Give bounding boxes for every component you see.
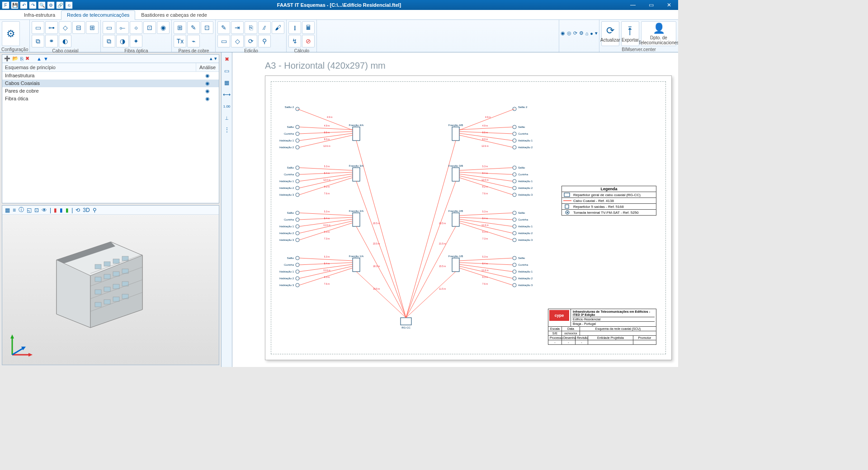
v3d-6[interactable]: 👁 xyxy=(42,207,47,213)
window-minimize[interactable]: — xyxy=(624,0,642,10)
pt-collapse-up-icon[interactable]: ▴ xyxy=(210,56,212,61)
edit-5[interactable]: 🖌 xyxy=(272,21,284,34)
calc-4[interactable]: ⊘ xyxy=(302,35,315,47)
list-row-cabos[interactable]: Cabos Coaxiais◉ xyxy=(2,80,219,87)
ct-dim[interactable]: ⟷ xyxy=(223,90,231,99)
pt-del-icon[interactable]: ✖ xyxy=(25,56,29,61)
qat-export-icon[interactable]: ⎋ xyxy=(65,1,73,9)
fibra-2[interactable]: ⟜ xyxy=(116,21,129,34)
calc-3[interactable]: ↯ xyxy=(288,35,301,47)
pares-4[interactable]: Tx xyxy=(174,35,186,47)
pt-collapse-down-icon[interactable]: ▾ xyxy=(214,56,217,61)
list-row-fibra[interactable]: Fibra ótica◉ xyxy=(2,95,219,103)
coax-tool-7[interactable]: ⚭ xyxy=(45,35,58,47)
mini-7[interactable]: ▾ xyxy=(595,30,598,36)
svg-text:20.5 m: 20.5 m xyxy=(373,222,380,225)
qat-save-icon[interactable]: 💾 xyxy=(11,1,19,9)
mini-4[interactable]: ⚙ xyxy=(579,30,584,36)
svg-text:18.3 m: 18.3 m xyxy=(373,265,380,268)
qat-settings-icon[interactable]: ⚙ xyxy=(47,1,55,9)
fibra-5[interactable]: ◉ xyxy=(157,21,170,34)
fibra-6[interactable]: ⧉ xyxy=(103,35,115,47)
ct-opt[interactable]: ⋮ xyxy=(223,126,231,134)
svg-point-136 xyxy=(296,218,299,221)
app-icon: F xyxy=(2,1,9,9)
fibra-7[interactable]: ◑ xyxy=(116,35,129,47)
mini-3[interactable]: ⟳ xyxy=(573,30,577,36)
v3d-12[interactable]: ⚲ xyxy=(93,207,97,213)
fibra-1[interactable]: ▭ xyxy=(103,21,115,34)
fibra-4[interactable]: ⊡ xyxy=(143,21,156,34)
edit-6[interactable]: ▭ xyxy=(217,35,230,47)
svg-text:Fracção 1/A: Fracção 1/A xyxy=(349,255,363,258)
svg-point-96 xyxy=(296,186,299,190)
coax-tool-3[interactable]: ◇ xyxy=(59,21,71,34)
v3d-2[interactable]: ≡ xyxy=(13,207,16,213)
ct-del[interactable]: ✖ xyxy=(223,55,231,63)
v3d-10[interactable]: ⟲ xyxy=(75,207,80,213)
qat-redo-icon[interactable]: ↷ xyxy=(29,1,37,9)
ct-scale[interactable]: 1.00 xyxy=(223,102,231,110)
v3d-4[interactable]: ◱ xyxy=(27,207,32,213)
edit-8[interactable]: ⟳ xyxy=(245,35,257,47)
calc-1[interactable]: ⫿ xyxy=(288,21,301,34)
edit-2[interactable]: ⇥ xyxy=(231,21,244,34)
edit-3[interactable]: ⎘ xyxy=(245,21,257,34)
window-maximize[interactable]: ▭ xyxy=(642,0,660,10)
qat-undo-icon[interactable]: ↶ xyxy=(20,1,28,9)
coax-tool-4[interactable]: ⊟ xyxy=(72,21,85,34)
bim-dpto[interactable]: 👤Dpto. de Telecomunicaciones xyxy=(641,21,676,46)
pares-1[interactable]: ⊞ xyxy=(174,21,186,34)
tb-des-h: Desenho xyxy=(562,336,576,340)
v3d-11[interactable]: 3D xyxy=(83,207,90,213)
list-row-infra[interactable]: Infraestrutura◉ xyxy=(2,72,219,80)
fibra-8[interactable]: ✦ xyxy=(130,35,142,47)
ct-grid[interactable]: ▦ xyxy=(223,79,231,87)
svg-line-154 xyxy=(406,226,456,318)
v3d-9[interactable]: ▮ xyxy=(66,207,69,213)
edit-7[interactable]: ◇ xyxy=(231,35,244,47)
drawing-canvas[interactable]: A3 - Horizontal (420x297) mm RG-CCSalão … xyxy=(232,52,678,367)
tab-redes[interactable]: Redes de telecomunicações xyxy=(61,10,135,20)
v3d-5[interactable]: ⊡ xyxy=(34,207,39,213)
pares-2[interactable]: ✎ xyxy=(187,21,200,34)
pt-down-icon[interactable]: ▼ xyxy=(43,56,48,61)
bim-actualizar[interactable]: ⟳Actualizar xyxy=(601,21,619,46)
v3d-1[interactable]: ▦ xyxy=(5,207,10,213)
mini-2[interactable]: ◎ xyxy=(567,30,571,36)
ct-ortho[interactable]: ⟂ xyxy=(223,114,231,122)
view-3d[interactable]: ▦≡ ⓘ◱ ⊡👁 | ▮▮▮ | ⟲3D⚲ xyxy=(2,205,219,365)
mini-1[interactable]: ◉ xyxy=(561,30,565,36)
ct-window[interactable]: ▭ xyxy=(223,67,231,75)
list-row-pares[interactable]: Pares de cobre◉ xyxy=(2,87,219,95)
edit-1[interactable]: ✎ xyxy=(217,21,230,34)
config-icon[interactable]: ⚙ xyxy=(2,21,20,46)
coax-tool-8[interactable]: ◐ xyxy=(59,35,71,47)
pt-up-icon[interactable]: ▲ xyxy=(37,56,42,61)
coax-tool-2[interactable]: ⊶ xyxy=(45,21,58,34)
pt-new-icon[interactable]: ➕ xyxy=(4,56,10,61)
tab-infraestrutura[interactable]: Infra-estrutura xyxy=(18,10,61,20)
tab-bastidores[interactable]: Bastidores e cabeças de rede xyxy=(135,10,213,20)
coax-tool-6[interactable]: ⧉ xyxy=(32,35,44,47)
v3d-7[interactable]: ▮ xyxy=(54,207,57,213)
pares-5[interactable]: ⌁ xyxy=(187,35,200,47)
calc-2[interactable]: 🖩 xyxy=(302,21,315,34)
qat-link-icon[interactable]: 🔗 xyxy=(56,1,64,9)
window-close[interactable]: ✕ xyxy=(660,0,678,10)
v3d-3[interactable]: ⓘ xyxy=(19,206,24,214)
edit-9[interactable]: ⚲ xyxy=(258,35,271,47)
fibra-3[interactable]: ⟐ xyxy=(130,21,142,34)
qat-find-icon[interactable]: 🔍 xyxy=(38,1,46,9)
edit-4[interactable]: ⫽ xyxy=(258,21,271,34)
pt-open-icon[interactable]: 📂 xyxy=(12,56,19,61)
svg-rect-7 xyxy=(122,256,128,261)
v3d-8[interactable]: ▮ xyxy=(60,207,63,213)
bim-exportar[interactable]: ⭱Exportar xyxy=(621,21,639,46)
coax-tool-1[interactable]: ▭ xyxy=(32,21,44,34)
pares-3[interactable]: ⊡ xyxy=(201,21,213,34)
mini-6[interactable]: ● xyxy=(590,31,593,36)
coax-tool-5[interactable]: ⊞ xyxy=(86,21,99,34)
mini-5[interactable]: ⌂ xyxy=(585,31,589,36)
pt-copy-icon[interactable]: ⎘ xyxy=(20,56,24,61)
